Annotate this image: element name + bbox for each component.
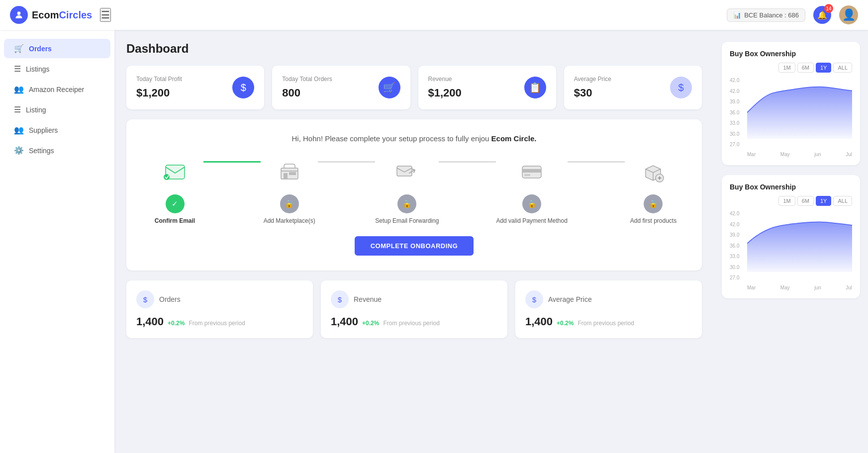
bottom-stat-number: 1,400 <box>331 315 358 328</box>
chart-svg-1 <box>747 78 852 139</box>
stat-label: Today Total Orders <box>282 76 332 83</box>
sidebar-item-settings[interactable]: ⚙️ Settings <box>4 141 110 160</box>
bottom-stat-name: Revenue <box>354 295 382 303</box>
bottom-stat-name: Average Price <box>548 295 592 303</box>
suppliers-icon: 👥 <box>14 125 24 135</box>
logo-icon <box>10 6 28 24</box>
step-confirm-email: ✓ Confirm Email <box>146 157 203 224</box>
bottom-stat-change: +0.2% <box>557 320 574 327</box>
chart-filter-row-2: 1M 6M 1Y ALL <box>730 196 852 206</box>
main-content: Dashboard Today Total Profit $1,200 $ To… <box>114 30 714 453</box>
bottom-stat-orders: $ Orders 1,400 +0.2% From previous perio… <box>126 280 313 338</box>
sidebar-item-amazon-receiper[interactable]: 👥 Amazon Receiper <box>4 80 110 99</box>
bottom-stats-row: $ Orders 1,400 +0.2% From previous perio… <box>126 280 702 338</box>
svg-point-2 <box>164 174 170 180</box>
chart-title-2: Buy Box Ownership <box>730 183 852 191</box>
chart-x-labels-1: MarMayjunJul <box>747 152 852 157</box>
page-title: Dashboard <box>126 42 702 56</box>
chart-x-labels-2: MarMayjunJul <box>747 285 852 290</box>
complete-onboarding-button[interactable]: COMPLETE ONBOARDING <box>355 236 474 256</box>
chart-area-2: 42.042.039.036.033.030.027.0 MarMayjunJu… <box>730 211 852 290</box>
stat-value: 800 <box>282 87 332 99</box>
step-circle-done: ✓ <box>166 194 185 213</box>
step-circle-locked: 🔒 <box>522 194 541 213</box>
bottom-stat-change: +0.2% <box>168 320 185 327</box>
confirm-email-icon <box>160 157 190 186</box>
chart-card-2: Buy Box Ownership 1M 6M 1Y ALL 42.042.03… <box>722 175 860 298</box>
stat-card-avgprice: Average Price $30 $ <box>564 66 702 109</box>
listings-icon: ☰ <box>14 64 21 74</box>
stat-icon-orders: 🛒 <box>379 77 400 98</box>
svg-rect-9 <box>524 174 530 176</box>
step-connector-2 <box>318 161 375 163</box>
right-panel: Buy Box Ownership 1M 6M 1Y ALL 42.042.03… <box>714 30 868 453</box>
bottom-stat-period: From previous period <box>189 320 245 327</box>
sidebar: 🛒 Orders ☰ Listings 👥 Amazon Receiper ☰ … <box>0 30 114 453</box>
onboarding-card: Hi, Hohn! Please complete your setup pro… <box>126 119 702 271</box>
step-label: Add first products <box>630 217 676 224</box>
chart-svg-2 <box>747 211 852 272</box>
bottom-stat-number: 1,400 <box>525 315 553 328</box>
bottom-stat-period: From previous period <box>578 320 634 327</box>
stat-icon-avgprice: $ <box>670 77 692 98</box>
stat-card-orders: Today Total Orders 800 🛒 <box>272 66 410 109</box>
products-icon <box>638 157 668 186</box>
step-connector-1 <box>203 161 261 163</box>
sidebar-item-listing[interactable]: ☰ Listing <box>4 100 110 119</box>
filter2-1y-btn[interactable]: 1Y <box>816 196 831 206</box>
filter-1y-btn[interactable]: 1Y <box>816 63 831 73</box>
sidebar-item-label: Orders <box>29 45 52 53</box>
filter2-1m-btn[interactable]: 1M <box>778 196 795 206</box>
stat-value: $1,200 <box>428 87 462 99</box>
notification-button[interactable]: 🔔 14 <box>813 6 831 24</box>
stat-value: $1,200 <box>136 87 182 99</box>
bottom-stat-number: 1,400 <box>136 315 164 328</box>
chart-card-1: Buy Box Ownership 1M 6M 1Y ALL 42.042.03… <box>722 42 860 165</box>
bottom-stat-change: +0.2% <box>362 320 379 327</box>
top-navigation: EcomCircles ☰ 📊 BCE Balance : 686 🔔 14 👤 <box>0 0 868 30</box>
revenue-dollar-icon: $ <box>331 290 349 308</box>
chart-area-1: 42.042.039.036.033.030.027.0 MarMayjunJu… <box>730 78 852 157</box>
sidebar-item-suppliers[interactable]: 👥 Suppliers <box>4 120 110 140</box>
topnav-right: 📊 BCE Balance : 686 🔔 14 👤 <box>727 5 858 24</box>
app-body: 🛒 Orders ☰ Listings 👥 Amazon Receiper ☰ … <box>0 30 868 453</box>
logo: EcomCircles <box>10 6 92 24</box>
filter-1m-btn[interactable]: 1M <box>778 63 795 73</box>
bce-icon: 📊 <box>733 11 741 19</box>
stat-label: Average Price <box>574 76 611 83</box>
sidebar-item-orders[interactable]: 🛒 Orders <box>4 39 110 58</box>
sidebar-item-label: Listing <box>26 106 46 114</box>
step-payment: 🔒 Add valid Payment Method <box>496 157 567 224</box>
stat-icon-revenue: 📋 <box>524 77 546 98</box>
avgprice-dollar-icon: $ <box>525 290 543 308</box>
filter2-all-btn[interactable]: ALL <box>833 196 852 206</box>
stat-icon-profit: $ <box>232 77 254 98</box>
filter2-6m-btn[interactable]: 6M <box>797 196 814 206</box>
filter-all-btn[interactable]: ALL <box>833 63 852 73</box>
amazon-receiper-icon: 👥 <box>14 85 24 94</box>
chart-y-labels-1: 42.042.039.036.033.030.027.0 <box>730 78 747 147</box>
onboarding-greeting: Hi, Hohn! Please complete your setup pro… <box>146 134 682 143</box>
sidebar-item-listings[interactable]: ☰ Listings <box>4 59 110 79</box>
svg-rect-6 <box>397 166 412 176</box>
orders-dollar-icon: $ <box>136 290 154 308</box>
hamburger-button[interactable]: ☰ <box>100 8 111 22</box>
sidebar-item-label: Settings <box>29 147 54 155</box>
filter-6m-btn[interactable]: 6M <box>797 63 814 73</box>
step-label: Setup Email Forwarding <box>375 217 439 224</box>
chart-y-labels-2: 42.042.039.036.033.030.027.0 <box>730 211 747 280</box>
step-products: 🔒 Add first products <box>625 157 682 224</box>
stat-value: $30 <box>574 87 611 99</box>
step-connector-4 <box>568 161 625 163</box>
chart-title-1: Buy Box Ownership <box>730 50 852 58</box>
stats-row: Today Total Profit $1,200 $ Today Total … <box>126 66 702 109</box>
sidebar-item-label: Amazon Receiper <box>29 86 84 93</box>
brand-name: Ecom Circle. <box>491 134 537 143</box>
payment-icon <box>517 157 547 186</box>
logo-brand: EcomCircles <box>32 9 92 21</box>
stat-card-profit: Today Total Profit $1,200 $ <box>126 66 264 109</box>
svg-point-0 <box>17 11 21 15</box>
step-circle-locked: 🔒 <box>644 194 663 213</box>
avatar[interactable]: 👤 <box>839 5 858 24</box>
step-circle-locked: 🔒 <box>397 194 416 213</box>
